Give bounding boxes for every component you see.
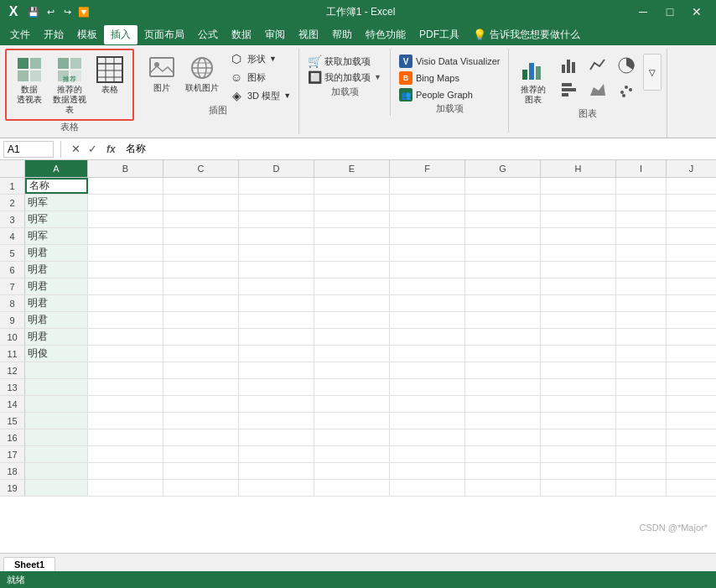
cell-1-B[interactable] [88, 178, 163, 194]
cell-14-G[interactable] [465, 396, 541, 412]
cell-16-H[interactable] [541, 429, 616, 445]
rec-charts-button[interactable]: 推荐的图表 [514, 52, 553, 107]
cell-19-A[interactable] [25, 480, 88, 496]
restore-button[interactable]: □ [657, 3, 682, 20]
cell-6-G[interactable] [465, 262, 541, 278]
row-header-2[interactable]: 2 [0, 195, 25, 211]
cell-6-D[interactable] [239, 262, 314, 278]
cell-5-B[interactable] [88, 245, 163, 261]
cell-13-G[interactable] [465, 379, 541, 395]
cell-16-F[interactable] [390, 429, 465, 445]
cell-19-F[interactable] [390, 480, 465, 496]
cell-18-E[interactable] [314, 463, 390, 479]
cell-9-A[interactable]: 明君 [25, 312, 88, 328]
cell-2-H[interactable] [541, 195, 616, 211]
cell-13-I[interactable] [616, 379, 667, 395]
cell-18-J[interactable] [667, 463, 716, 479]
cell-2-C[interactable] [163, 195, 239, 211]
cell-10-H[interactable] [541, 329, 616, 345]
cell-13-E[interactable] [314, 379, 390, 395]
cell-17-J[interactable] [667, 446, 716, 462]
row-header-5[interactable]: 5 [0, 245, 25, 262]
cell-2-B[interactable] [88, 195, 163, 211]
cell-15-J[interactable] [667, 413, 716, 429]
pie-chart-button[interactable] [613, 54, 640, 77]
cell-13-D[interactable] [239, 379, 314, 395]
cell-8-J[interactable] [667, 295, 716, 311]
cell-6-F[interactable] [390, 262, 465, 278]
more-charts-button[interactable]: ▽ [643, 54, 662, 91]
cell-10-B[interactable] [88, 329, 163, 345]
row-header-6[interactable]: 6 [0, 262, 25, 278]
cell-7-E[interactable] [314, 278, 390, 294]
menu-template[interactable]: 模板 [70, 25, 104, 44]
cell-16-C[interactable] [163, 429, 239, 445]
cell-16-I[interactable] [616, 429, 667, 445]
cell-11-A[interactable]: 明俊 [25, 346, 88, 362]
cell-19-G[interactable] [465, 480, 541, 496]
cell-17-E[interactable] [314, 446, 390, 462]
cell-2-A[interactable]: 明军 [25, 195, 88, 211]
cell-8-B[interactable] [88, 295, 163, 311]
cell-reference-box[interactable]: A1 [3, 141, 54, 158]
cell-11-G[interactable] [465, 346, 541, 362]
cell-9-D[interactable] [239, 312, 314, 328]
cell-8-G[interactable] [465, 295, 541, 311]
cell-16-A[interactable] [25, 429, 88, 445]
cell-15-H[interactable] [541, 413, 616, 429]
menu-file[interactable]: 文件 [3, 25, 37, 44]
formula-input[interactable]: 名称 [122, 142, 713, 156]
row-header-4[interactable]: 4 [0, 228, 25, 245]
cell-5-A[interactable]: 明君 [25, 245, 88, 261]
cell-8-H[interactable] [541, 295, 616, 311]
my-addins-button[interactable]: 🔲 我的加载项 ▼ [304, 70, 385, 85]
people-graph-button[interactable]: 👥 People Graph [396, 87, 503, 102]
cell-15-D[interactable] [239, 413, 314, 429]
cell-8-F[interactable] [390, 295, 465, 311]
shapes-button[interactable]: ⬡ 形状 ▼ [226, 50, 293, 67]
col-header-F[interactable]: F [390, 160, 465, 177]
cell-3-H[interactable] [541, 211, 616, 227]
cell-7-B[interactable] [88, 278, 163, 294]
cell-19-B[interactable] [88, 480, 163, 496]
cell-17-F[interactable] [390, 446, 465, 462]
row-header-3[interactable]: 3 [0, 211, 25, 228]
cell-13-H[interactable] [541, 379, 616, 395]
cell-17-C[interactable] [163, 446, 239, 462]
cell-12-B[interactable] [88, 362, 163, 378]
cell-2-I[interactable] [616, 195, 667, 211]
cell-12-C[interactable] [163, 362, 239, 378]
cell-18-D[interactable] [239, 463, 314, 479]
cell-1-C[interactable] [163, 178, 239, 194]
cell-11-F[interactable] [390, 346, 465, 362]
col-chart-button[interactable] [556, 54, 583, 77]
row-header-7[interactable]: 7 [0, 278, 25, 295]
cell-4-G[interactable] [465, 228, 541, 244]
cell-16-E[interactable] [314, 429, 390, 445]
cell-11-C[interactable] [163, 346, 239, 362]
cell-7-A[interactable]: 明君 [25, 278, 88, 294]
cell-15-F[interactable] [390, 413, 465, 429]
col-header-D[interactable]: D [239, 160, 314, 177]
cell-2-D[interactable] [239, 195, 314, 211]
cell-13-B[interactable] [88, 379, 163, 395]
cell-12-I[interactable] [616, 362, 667, 378]
get-addins-button[interactable]: 🛒 获取加载项 [304, 54, 385, 69]
close-button[interactable]: ✕ [684, 3, 709, 20]
cell-1-D[interactable] [239, 178, 314, 194]
col-header-H[interactable]: H [541, 160, 616, 177]
menu-formula[interactable]: 公式 [191, 25, 225, 44]
cell-4-D[interactable] [239, 228, 314, 244]
cell-12-J[interactable] [667, 362, 716, 378]
cell-7-C[interactable] [163, 278, 239, 294]
cell-6-I[interactable] [616, 262, 667, 278]
function-icon[interactable]: fx [103, 143, 119, 155]
cell-8-A[interactable]: 明君 [25, 295, 88, 311]
cell-16-G[interactable] [465, 429, 541, 445]
cell-8-I[interactable] [616, 295, 667, 311]
cell-4-A[interactable]: 明军 [25, 228, 88, 244]
col-header-I[interactable]: I [616, 160, 667, 177]
icons-button[interactable]: ☺ 图标 [226, 69, 293, 86]
pivot-table-button[interactable]: 数据透视表 [10, 52, 49, 107]
cell-6-A[interactable]: 明君 [25, 262, 88, 278]
